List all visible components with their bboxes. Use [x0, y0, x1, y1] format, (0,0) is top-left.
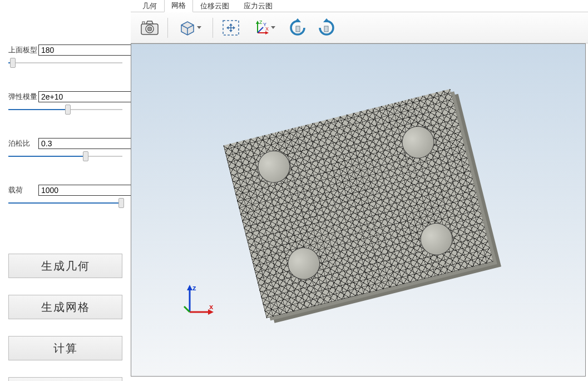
axes-icon: Z X Y — [253, 19, 270, 36]
slider-top-panel[interactable] — [8, 58, 122, 68]
svg-text:Z: Z — [259, 19, 263, 25]
slider-elastic-modulus[interactable] — [8, 105, 122, 115]
svg-text:Y: Y — [263, 22, 266, 27]
tab-geometry[interactable]: 几何 — [135, 0, 164, 12]
param-label: 泊松比 — [8, 138, 35, 149]
param-input-top-panel[interactable] — [38, 44, 141, 56]
svg-text:z: z — [192, 284, 196, 292]
mesh-model — [224, 88, 493, 318]
rotate-ccw-icon — [288, 18, 307, 37]
svg-text:x: x — [209, 303, 214, 311]
svg-line-9 — [258, 27, 263, 33]
param-elastic-modulus: 弹性模量 — [8, 91, 122, 115]
svg-rect-12 — [324, 26, 328, 32]
generate-geometry-button[interactable]: 生成几何 — [8, 254, 122, 278]
toolbar: Z X Y — [131, 12, 588, 43]
tab-displacement[interactable]: 位移云图 — [193, 0, 236, 12]
svg-rect-11 — [296, 26, 300, 32]
param-load: 载荷 — [8, 185, 122, 208]
tab-mesh[interactable]: 网格 — [164, 0, 193, 12]
param-top-panel: 上面板型 — [8, 44, 122, 68]
cube-view-icon — [179, 19, 196, 36]
chevron-down-icon — [197, 26, 201, 29]
toolbar-separator — [213, 18, 213, 38]
fit-view-button[interactable] — [218, 16, 244, 40]
rotate-cw-button[interactable] — [313, 16, 340, 40]
tab-stress[interactable]: 应力云图 — [236, 0, 280, 12]
tab-strip: 几何 网格 位移云图 应力云图 — [131, 0, 588, 12]
sidebar: 上面板型 弹性模量 泊松比 载荷 — [0, 0, 131, 381]
param-label: 弹性模量 — [8, 92, 35, 102]
param-input-poisson-ratio[interactable] — [38, 138, 141, 149]
rotate-ccw-button[interactable] — [284, 16, 311, 40]
cube-view-button[interactable] — [172, 16, 208, 40]
chevron-down-icon — [271, 26, 275, 29]
fit-view-icon — [222, 19, 240, 36]
axes-button[interactable]: Z X Y — [246, 16, 282, 40]
camera-button[interactable] — [136, 16, 163, 40]
param-label: 上面板型 — [8, 45, 35, 55]
param-input-load[interactable] — [38, 185, 141, 196]
exit-button[interactable]: 退出 — [8, 377, 122, 381]
slider-load[interactable] — [8, 198, 122, 208]
main-area: 几何 网格 位移云图 应力云图 — [131, 0, 588, 381]
rotate-cw-icon — [317, 18, 336, 37]
param-poisson-ratio: 泊松比 — [8, 138, 122, 161]
toolbar-separator — [167, 18, 168, 38]
axis-triad: z x — [181, 281, 220, 320]
viewport-3d[interactable]: z x — [131, 43, 586, 377]
param-input-elastic-modulus[interactable] — [38, 91, 141, 102]
param-label: 载荷 — [8, 185, 35, 195]
svg-rect-3 — [142, 22, 145, 24]
svg-point-2 — [147, 27, 152, 31]
compute-button[interactable]: 计算 — [8, 336, 122, 360]
slider-poisson-ratio[interactable] — [8, 151, 122, 161]
button-stack: 生成几何 生成网格 计算 退出 — [8, 254, 122, 381]
generate-mesh-button[interactable]: 生成网格 — [8, 295, 122, 319]
camera-icon — [141, 21, 159, 35]
